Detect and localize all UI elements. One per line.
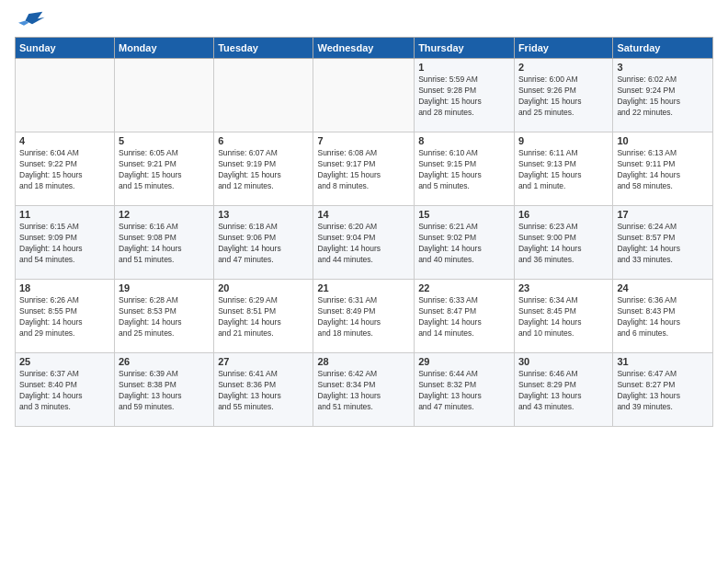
calendar-cell: 19Sunrise: 6:28 AMSunset: 8:53 PMDayligh… bbox=[115, 280, 214, 353]
col-header-tuesday: Tuesday bbox=[214, 38, 313, 59]
day-number: 5 bbox=[119, 135, 210, 146]
day-info: Sunrise: 6:02 AMSunset: 9:24 PMDaylight:… bbox=[617, 75, 709, 119]
calendar-cell: 18Sunrise: 6:26 AMSunset: 8:55 PMDayligh… bbox=[16, 280, 115, 353]
day-info: Sunrise: 6:18 AMSunset: 9:06 PMDaylight:… bbox=[218, 222, 309, 266]
day-info: Sunrise: 6:11 AMSunset: 9:13 PMDaylight:… bbox=[518, 148, 609, 192]
day-info: Sunrise: 6:16 AMSunset: 9:08 PMDaylight:… bbox=[119, 222, 210, 266]
calendar-cell: 3Sunrise: 6:02 AMSunset: 9:24 PMDaylight… bbox=[613, 59, 713, 132]
calendar-wrapper: SundayMondayTuesdayWednesdayThursdayFrid… bbox=[0, 37, 728, 427]
day-number: 9 bbox=[518, 135, 609, 146]
calendar-cell: 20Sunrise: 6:29 AMSunset: 8:51 PMDayligh… bbox=[214, 280, 313, 353]
day-info: Sunrise: 6:23 AMSunset: 9:00 PMDaylight:… bbox=[518, 222, 609, 266]
calendar-cell: 6Sunrise: 6:07 AMSunset: 9:19 PMDaylight… bbox=[214, 132, 313, 206]
day-info: Sunrise: 6:26 AMSunset: 8:55 PMDaylight:… bbox=[19, 295, 110, 339]
calendar-table: SundayMondayTuesdayWednesdayThursdayFrid… bbox=[15, 37, 713, 427]
calendar-cell: 30Sunrise: 6:46 AMSunset: 8:29 PMDayligh… bbox=[514, 353, 612, 427]
calendar-cell: 9Sunrise: 6:11 AMSunset: 9:13 PMDaylight… bbox=[514, 132, 612, 206]
day-number: 20 bbox=[218, 282, 309, 293]
day-number: 28 bbox=[317, 356, 410, 367]
calendar-cell: 27Sunrise: 6:41 AMSunset: 8:36 PMDayligh… bbox=[214, 353, 313, 427]
calendar-cell: 26Sunrise: 6:39 AMSunset: 8:38 PMDayligh… bbox=[115, 353, 214, 427]
calendar-week-1: 4Sunrise: 6:04 AMSunset: 9:22 PMDaylight… bbox=[16, 132, 713, 206]
day-number: 8 bbox=[418, 135, 510, 146]
calendar-cell: 2Sunrise: 6:00 AMSunset: 9:26 PMDaylight… bbox=[514, 59, 612, 132]
day-number: 2 bbox=[518, 62, 609, 73]
calendar-cell bbox=[313, 59, 415, 132]
day-number: 26 bbox=[119, 356, 210, 367]
logo bbox=[18, 9, 46, 32]
day-info: Sunrise: 6:10 AMSunset: 9:15 PMDaylight:… bbox=[418, 148, 510, 192]
page-header bbox=[0, 0, 728, 37]
calendar-cell: 5Sunrise: 6:05 AMSunset: 9:21 PMDaylight… bbox=[115, 132, 214, 206]
day-info: Sunrise: 6:41 AMSunset: 8:36 PMDaylight:… bbox=[218, 369, 309, 413]
calendar-cell: 4Sunrise: 6:04 AMSunset: 9:22 PMDaylight… bbox=[16, 132, 115, 206]
calendar-cell: 31Sunrise: 6:47 AMSunset: 8:27 PMDayligh… bbox=[613, 353, 713, 427]
calendar-cell: 13Sunrise: 6:18 AMSunset: 9:06 PMDayligh… bbox=[214, 206, 313, 280]
day-info: Sunrise: 6:29 AMSunset: 8:51 PMDaylight:… bbox=[218, 295, 309, 339]
day-number: 6 bbox=[218, 135, 309, 146]
calendar-cell: 21Sunrise: 6:31 AMSunset: 8:49 PMDayligh… bbox=[313, 280, 415, 353]
calendar-week-2: 11Sunrise: 6:15 AMSunset: 9:09 PMDayligh… bbox=[16, 206, 713, 280]
day-info: Sunrise: 5:59 AMSunset: 9:28 PMDaylight:… bbox=[418, 75, 510, 119]
calendar-cell: 12Sunrise: 6:16 AMSunset: 9:08 PMDayligh… bbox=[115, 206, 214, 280]
calendar-cell bbox=[214, 59, 313, 132]
day-info: Sunrise: 6:39 AMSunset: 8:38 PMDaylight:… bbox=[119, 369, 210, 413]
calendar-cell bbox=[115, 59, 214, 132]
calendar-cell: 23Sunrise: 6:34 AMSunset: 8:45 PMDayligh… bbox=[514, 280, 612, 353]
day-info: Sunrise: 6:37 AMSunset: 8:40 PMDaylight:… bbox=[19, 369, 110, 413]
calendar-cell: 16Sunrise: 6:23 AMSunset: 9:00 PMDayligh… bbox=[514, 206, 612, 280]
day-number: 22 bbox=[418, 282, 510, 293]
col-header-wednesday: Wednesday bbox=[313, 38, 415, 59]
day-number: 11 bbox=[19, 209, 110, 220]
day-info: Sunrise: 6:28 AMSunset: 8:53 PMDaylight:… bbox=[119, 295, 210, 339]
calendar-cell: 22Sunrise: 6:33 AMSunset: 8:47 PMDayligh… bbox=[415, 280, 515, 353]
day-number: 4 bbox=[19, 135, 110, 146]
calendar-week-4: 25Sunrise: 6:37 AMSunset: 8:40 PMDayligh… bbox=[16, 353, 713, 427]
calendar-cell: 25Sunrise: 6:37 AMSunset: 8:40 PMDayligh… bbox=[16, 353, 115, 427]
calendar-cell: 14Sunrise: 6:20 AMSunset: 9:04 PMDayligh… bbox=[313, 206, 415, 280]
day-number: 25 bbox=[19, 356, 110, 367]
calendar-cell bbox=[16, 59, 115, 132]
day-info: Sunrise: 6:20 AMSunset: 9:04 PMDaylight:… bbox=[317, 222, 410, 266]
day-number: 31 bbox=[617, 356, 709, 367]
day-info: Sunrise: 6:21 AMSunset: 9:02 PMDaylight:… bbox=[418, 222, 510, 266]
day-number: 24 bbox=[617, 282, 709, 293]
calendar-cell: 8Sunrise: 6:10 AMSunset: 9:15 PMDaylight… bbox=[415, 132, 515, 206]
calendar-cell: 28Sunrise: 6:42 AMSunset: 8:34 PMDayligh… bbox=[313, 353, 415, 427]
day-info: Sunrise: 6:47 AMSunset: 8:27 PMDaylight:… bbox=[617, 369, 709, 413]
day-number: 23 bbox=[518, 282, 609, 293]
day-info: Sunrise: 6:13 AMSunset: 9:11 PMDaylight:… bbox=[617, 148, 709, 192]
day-number: 18 bbox=[19, 282, 110, 293]
day-number: 10 bbox=[617, 135, 709, 146]
day-number: 19 bbox=[119, 282, 210, 293]
col-header-friday: Friday bbox=[514, 38, 612, 59]
day-number: 12 bbox=[119, 209, 210, 220]
day-number: 16 bbox=[518, 209, 609, 220]
calendar-week-0: 1Sunrise: 5:59 AMSunset: 9:28 PMDaylight… bbox=[16, 59, 713, 132]
day-number: 13 bbox=[218, 209, 309, 220]
svg-marker-0 bbox=[26, 12, 45, 25]
day-number: 15 bbox=[418, 209, 510, 220]
col-header-sunday: Sunday bbox=[16, 38, 115, 59]
day-info: Sunrise: 6:36 AMSunset: 8:43 PMDaylight:… bbox=[617, 295, 709, 339]
day-info: Sunrise: 6:42 AMSunset: 8:34 PMDaylight:… bbox=[317, 369, 410, 413]
calendar-cell: 29Sunrise: 6:44 AMSunset: 8:32 PMDayligh… bbox=[415, 353, 515, 427]
day-info: Sunrise: 6:08 AMSunset: 9:17 PMDaylight:… bbox=[317, 148, 410, 192]
calendar-header-row: SundayMondayTuesdayWednesdayThursdayFrid… bbox=[16, 38, 713, 59]
calendar-cell: 17Sunrise: 6:24 AMSunset: 8:57 PMDayligh… bbox=[613, 206, 713, 280]
day-info: Sunrise: 6:07 AMSunset: 9:19 PMDaylight:… bbox=[218, 148, 309, 192]
day-number: 7 bbox=[317, 135, 410, 146]
calendar-cell: 24Sunrise: 6:36 AMSunset: 8:43 PMDayligh… bbox=[613, 280, 713, 353]
col-header-monday: Monday bbox=[115, 38, 214, 59]
day-info: Sunrise: 6:00 AMSunset: 9:26 PMDaylight:… bbox=[518, 75, 609, 119]
day-info: Sunrise: 6:34 AMSunset: 8:45 PMDaylight:… bbox=[518, 295, 609, 339]
day-number: 27 bbox=[218, 356, 309, 367]
day-number: 29 bbox=[418, 356, 510, 367]
day-number: 1 bbox=[418, 62, 510, 73]
col-header-saturday: Saturday bbox=[613, 38, 713, 59]
calendar-cell: 11Sunrise: 6:15 AMSunset: 9:09 PMDayligh… bbox=[16, 206, 115, 280]
day-info: Sunrise: 6:04 AMSunset: 9:22 PMDaylight:… bbox=[19, 148, 110, 192]
day-number: 30 bbox=[518, 356, 609, 367]
calendar-cell: 10Sunrise: 6:13 AMSunset: 9:11 PMDayligh… bbox=[613, 132, 713, 206]
day-info: Sunrise: 6:33 AMSunset: 8:47 PMDaylight:… bbox=[418, 295, 510, 339]
